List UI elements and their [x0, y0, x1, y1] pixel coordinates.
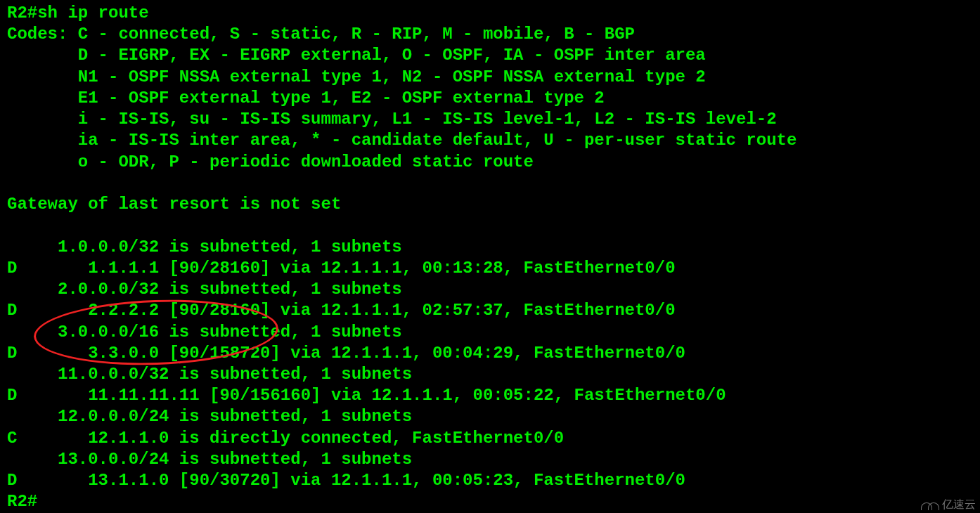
codes-legend-line: D - EIGRP, EX - EIGRP external, O - OSPF… — [7, 45, 973, 66]
blank-line — [7, 173, 973, 194]
route-subnet-header: 11.0.0.0/32 is subnetted, 1 subnets — [7, 364, 973, 385]
route-subnet-header: 3.0.0.0/16 is subnetted, 1 subnets — [7, 322, 973, 343]
codes-legend-line: Codes: C - connected, S - static, R - RI… — [7, 24, 973, 45]
route-entry: C 12.1.1.0 is directly connected, FastEt… — [7, 428, 973, 449]
route-entry: D 3.3.0.0 [90/158720] via 12.1.1.1, 00:0… — [7, 343, 973, 364]
route-subnet-header: 1.0.0.0/32 is subnetted, 1 subnets — [7, 237, 973, 258]
route-subnet-header: 13.0.0.0/24 is subnetted, 1 subnets — [7, 449, 973, 470]
command-prompt-line: R2#sh ip route — [7, 3, 973, 24]
terminal-output[interactable]: R2#sh ip route Codes: C - connected, S -… — [7, 3, 973, 513]
cloud-icon — [921, 499, 939, 510]
command-prompt-line: R2# — [7, 491, 973, 512]
codes-legend-line: N1 - OSPF NSSA external type 1, N2 - OSP… — [7, 67, 973, 88]
route-subnet-header: 12.0.0.0/24 is subnetted, 1 subnets — [7, 406, 973, 427]
watermark: 亿速云 — [921, 498, 976, 512]
route-entry: D 2.2.2.2 [90/28160] via 12.1.1.1, 02:57… — [7, 300, 973, 321]
codes-legend-line: o - ODR, P - periodic downloaded static … — [7, 152, 973, 173]
watermark-text: 亿速云 — [942, 498, 976, 512]
route-entry: D 11.11.11.11 [90/156160] via 12.1.1.1, … — [7, 385, 973, 406]
codes-legend-line: E1 - OSPF external type 1, E2 - OSPF ext… — [7, 88, 973, 109]
gateway-line: Gateway of last resort is not set — [7, 194, 973, 215]
route-entry: D 13.1.1.0 [90/30720] via 12.1.1.1, 00:0… — [7, 470, 973, 491]
blank-line — [7, 215, 973, 236]
codes-legend-line: ia - IS-IS inter area, * - candidate def… — [7, 130, 973, 151]
codes-legend-line: i - IS-IS, su - IS-IS summary, L1 - IS-I… — [7, 109, 973, 130]
route-subnet-header: 2.0.0.0/32 is subnetted, 1 subnets — [7, 279, 973, 300]
route-entry: D 1.1.1.1 [90/28160] via 12.1.1.1, 00:13… — [7, 258, 973, 279]
